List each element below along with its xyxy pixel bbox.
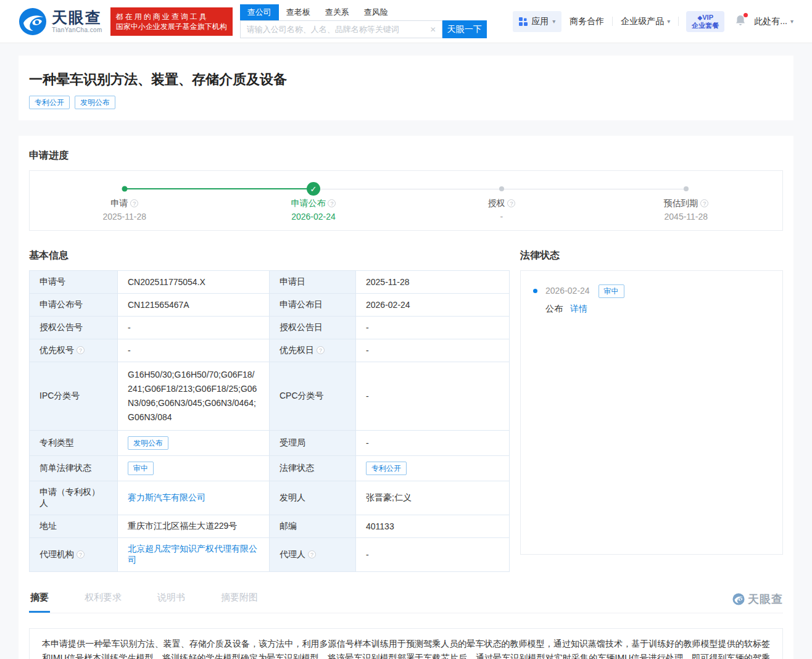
chevron-down-icon: ▾ bbox=[552, 18, 555, 25]
nav-enterprise-products[interactable]: 企业级产品 ▾ bbox=[621, 16, 670, 27]
priority-date: - bbox=[356, 339, 510, 362]
nav-business-cooperation[interactable]: 商务合作 bbox=[570, 16, 604, 27]
basic-info-heading: 基本信息 bbox=[29, 249, 510, 262]
patent-detail-card: 申请进度 ✓ 申请? 2025-11-28 申请公布? 2026-02-24 授… bbox=[19, 136, 793, 659]
help-icon[interactable]: ? bbox=[328, 199, 336, 207]
bullet-icon bbox=[533, 289, 537, 293]
timeline-step-published: 申请公布? 2026-02-24 bbox=[246, 198, 381, 222]
search-tabs: 查公司 查老板 查关系 查风险 bbox=[240, 4, 487, 20]
agent: - bbox=[356, 538, 510, 572]
legal-status-action: 公布 bbox=[545, 304, 563, 313]
help-icon[interactable]: ? bbox=[130, 199, 138, 207]
notification-dot bbox=[744, 13, 748, 17]
tag-invention-publication: 发明公布 bbox=[75, 96, 115, 109]
apps-menu-button[interactable]: 应用 ▾ bbox=[513, 11, 561, 32]
table-row: 授权公告号 - 授权公告日 - bbox=[30, 317, 510, 339]
table-row: 申请号 CN202511775054.X 申请日 2025-11-28 bbox=[30, 271, 510, 294]
slogan-line1: 都在用的商业查询工具 bbox=[116, 12, 227, 22]
patent-type-badge: 发明公布 bbox=[128, 436, 168, 450]
search-tab-boss[interactable]: 查老板 bbox=[279, 4, 318, 20]
search-tab-company[interactable]: 查公司 bbox=[240, 4, 279, 20]
table-row: 代理机构? 北京超凡宏宇知识产权代理有限公司 代理人? - bbox=[30, 538, 510, 572]
help-icon[interactable]: ? bbox=[77, 346, 85, 354]
tab-description[interactable]: 说明书 bbox=[156, 592, 186, 613]
inventors: 张晋豪;仁义 bbox=[356, 481, 510, 515]
tianyancha-watermark-icon bbox=[732, 593, 745, 605]
timeline-dot-granted bbox=[499, 186, 504, 191]
vip-package-badge[interactable]: ◆VIP 企业套餐 bbox=[686, 11, 724, 32]
watermark-label: 天眼查 bbox=[748, 592, 783, 607]
tianyancha-watermark: 天眼查 bbox=[732, 592, 783, 613]
notification-bell-icon[interactable] bbox=[734, 14, 747, 28]
timeline-dot-expiry bbox=[684, 186, 689, 191]
logo-title: 天眼查 bbox=[52, 10, 102, 25]
progress-heading: 申请进度 bbox=[29, 149, 783, 162]
help-icon[interactable]: ? bbox=[308, 550, 316, 558]
chevron-down-icon: ▾ bbox=[667, 18, 670, 25]
legal-status-detail-link[interactable]: 详情 bbox=[570, 304, 587, 313]
chevron-down-icon: ▾ bbox=[790, 18, 793, 25]
publication-date: 2026-02-24 bbox=[356, 294, 510, 317]
help-icon[interactable]: ? bbox=[700, 199, 708, 207]
clear-icon[interactable]: ✕ bbox=[430, 25, 436, 34]
timeline-dot-published: ✓ bbox=[307, 182, 320, 196]
page-title: 一种晕车识别方法、装置、存储介质及设备 bbox=[29, 70, 783, 89]
tab-abstract-drawing[interactable]: 摘要附图 bbox=[220, 592, 259, 613]
postal-code: 401133 bbox=[356, 515, 510, 538]
table-row: IPC分类号 G16H50/30;G16H50/70;G06F18/241;G0… bbox=[30, 362, 510, 431]
apps-menu-label: 应用 bbox=[531, 16, 549, 27]
header-nav: 应用 ▾ 商务合作 企业级产品 ▾ ◆VIP 企业套餐 此处有... ▾ bbox=[513, 11, 793, 32]
table-row: 申请公布号 CN121565467A 申请公布日 2026-02-24 bbox=[30, 294, 510, 317]
timeline-step-filed: 申请? 2025-11-28 bbox=[57, 198, 193, 222]
basic-info-table: 申请号 CN202511775054.X 申请日 2025-11-28 申请公布… bbox=[29, 270, 510, 572]
legal-status-panel: 2026-02-24 审中 公布 详情 bbox=[520, 270, 783, 555]
search-tab-relation[interactable]: 查关系 bbox=[318, 4, 357, 20]
table-row: 专利类型 发明公布 受理局 - bbox=[30, 431, 510, 456]
tianyancha-logo-icon bbox=[19, 7, 47, 36]
application-progress-timeline: ✓ 申请? 2025-11-28 申请公布? 2026-02-24 授权? - … bbox=[29, 170, 783, 231]
table-row: 申请（专利权）人 赛力斯汽车有限公司 发明人 张晋豪;仁义 bbox=[30, 481, 510, 515]
help-icon[interactable]: ? bbox=[77, 550, 85, 558]
cpc-classification: - bbox=[356, 362, 510, 431]
legal-status-date: 2026-02-24 bbox=[545, 286, 590, 296]
nav-divider bbox=[678, 17, 679, 26]
table-row: 地址 重庆市江北区福生大道229号 邮编 401133 bbox=[30, 515, 510, 538]
nav-divider bbox=[612, 17, 613, 26]
applicant-link[interactable]: 赛力斯汽车有限公司 bbox=[128, 492, 205, 502]
table-row: 优先权号? - 优先权日? - bbox=[30, 339, 510, 362]
tab-abstract[interactable]: 摘要 bbox=[29, 592, 50, 613]
address: 重庆市江北区福生大道229号 bbox=[118, 515, 270, 538]
agency-link[interactable]: 北京超凡宏宇知识产权代理有限公司 bbox=[128, 544, 257, 565]
timeline-dot-filed bbox=[122, 186, 127, 192]
search-input[interactable] bbox=[241, 25, 442, 34]
user-menu[interactable]: 此处有... ▾ bbox=[754, 16, 793, 27]
grant-announcement-date: - bbox=[356, 317, 510, 339]
legal-status-entry-badge: 审中 bbox=[599, 284, 624, 298]
legal-status-entry: 2026-02-24 审中 公布 详情 bbox=[533, 284, 770, 315]
tag-patent-publication: 专利公开 bbox=[29, 96, 70, 109]
priority-number: - bbox=[118, 339, 270, 362]
legal-status-heading: 法律状态 bbox=[520, 249, 783, 262]
abstract-text: 本申请提供一种晕车识别方法、装置、存储介质及设备，该方法中，利用多源信号样本训练… bbox=[42, 639, 770, 659]
receiving-office: - bbox=[356, 431, 510, 456]
grant-announcement-number: - bbox=[118, 317, 270, 339]
help-icon[interactable]: ? bbox=[507, 199, 515, 207]
header: 天眼查 TianYanCha.com 都在用的商业查询工具 国家中小企业发展子基… bbox=[0, 0, 812, 43]
table-row: 简单法律状态 审中 法律状态 专利公开 bbox=[30, 456, 510, 481]
timeline-progress bbox=[124, 188, 312, 189]
help-icon[interactable]: ? bbox=[317, 346, 325, 354]
search-area: 查公司 查老板 查关系 查风险 ✕ 天眼一下 bbox=[240, 4, 487, 38]
user-name: 此处有... bbox=[754, 16, 787, 27]
ipc-classification: G16H50/30;G16H50/70;G06F18/241;G06F18/21… bbox=[118, 362, 270, 431]
abstract-content: 本申请提供一种晕车识别方法、装置、存储介质及设备，该方法中，利用多源信号样本训练… bbox=[29, 628, 783, 659]
search-tab-risk[interactable]: 查风险 bbox=[357, 4, 396, 20]
search-button[interactable]: 天眼一下 bbox=[442, 20, 487, 38]
timeline-step-granted: 授权? - bbox=[434, 198, 570, 222]
slogan-banner: 都在用的商业查询工具 国家中小企业发展子基金旗下机构 bbox=[110, 7, 233, 36]
tianyancha-logo[interactable]: 天眼查 TianYanCha.com bbox=[19, 7, 102, 36]
simple-legal-status-badge: 审中 bbox=[128, 462, 154, 475]
logo-domain: TianYanCha.com bbox=[52, 27, 102, 33]
tab-claims[interactable]: 权利要求 bbox=[83, 592, 123, 613]
check-icon: ✓ bbox=[310, 184, 317, 194]
document-tabs: 摘要 权利要求 说明书 摘要附图 天眼查 bbox=[29, 592, 783, 613]
